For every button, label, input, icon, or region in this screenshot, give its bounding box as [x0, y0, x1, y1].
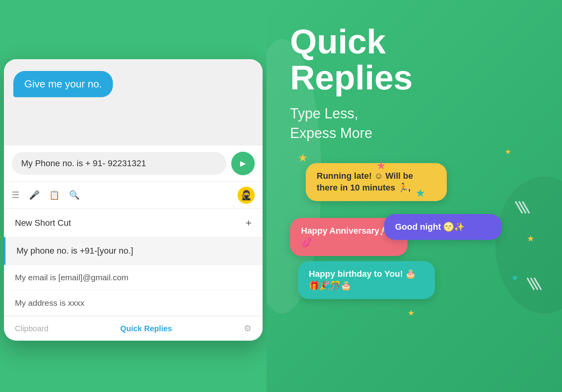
- reply-bubble-birthday: Happy birthday to You! 🎂🎁🎉🎊🎂: [298, 261, 435, 299]
- add-shortcut-button[interactable]: +: [246, 217, 252, 229]
- shortcut-row-2[interactable]: My address is xxxx: [4, 290, 263, 316]
- slash-deco-1: [518, 200, 527, 214]
- quick-replies-tab[interactable]: Quick Replies: [120, 324, 172, 333]
- phone-mockup: Give me your no. ► ☰ 🎤 📋 🔍 🥷: [4, 59, 263, 341]
- shortcut-row-1[interactable]: My email is [email]@gmail.com: [4, 265, 263, 290]
- reply-bubble-goodnight: Good night 🌝✨: [384, 214, 502, 240]
- menu-icon[interactable]: ☰: [12, 190, 20, 200]
- chat-message-bubble: Give me your no.: [13, 71, 113, 97]
- slash-deco-2: [530, 277, 538, 291]
- bubbles-area: ★ ★ ★ ★ ★ ★ ★ Running late! ☺ Will be th…: [290, 163, 542, 376]
- left-panel: Give me your no. ► ☰ 🎤 📋 🔍 🥷: [0, 0, 266, 392]
- shortcuts-title: New Short Cut: [15, 218, 71, 228]
- toolbar-row: ☰ 🎤 📋 🔍 🥷: [4, 182, 263, 209]
- feature-title: Quick Replies: [290, 24, 413, 96]
- app-container: Give me your no. ► ☰ 🎤 📋 🔍 🥷: [0, 0, 562, 392]
- send-button[interactable]: ►: [231, 152, 255, 175]
- send-icon: ►: [238, 158, 248, 169]
- shortcuts-header: New Short Cut +: [4, 209, 263, 237]
- star-2: ★: [376, 159, 386, 172]
- input-row: ►: [4, 145, 263, 182]
- star-6: ★: [408, 308, 415, 318]
- shortcuts-panel: New Short Cut + My phone no. is +91-[you…: [4, 209, 263, 316]
- settings-icon[interactable]: ⚙: [244, 323, 252, 334]
- feature-subtitle: Type Less, Expess More: [290, 104, 372, 143]
- star-1: ★: [298, 151, 308, 164]
- bottom-bar: Clipboard Quick Replies ⚙: [4, 316, 263, 341]
- chat-area: Give me your no.: [4, 59, 263, 145]
- avatar: 🥷: [237, 187, 255, 204]
- text-input[interactable]: [12, 152, 227, 175]
- star-4: ★: [527, 234, 535, 244]
- mic-icon[interactable]: 🎤: [29, 190, 40, 200]
- clipboard-tab[interactable]: Clipboard: [15, 324, 49, 333]
- avatar-emoji: 🥷: [240, 190, 252, 201]
- search-icon[interactable]: 🔍: [69, 190, 80, 200]
- right-panel: Quick Replies Type Less, Expess More ★ ★…: [266, 0, 562, 392]
- star-3: ★: [415, 187, 425, 200]
- star-7: ★: [505, 147, 511, 156]
- clipboard-icon[interactable]: 📋: [49, 190, 60, 200]
- star-5: ★: [511, 273, 519, 283]
- shortcut-row-0[interactable]: My phone no. is +91-[your no.]: [4, 237, 263, 265]
